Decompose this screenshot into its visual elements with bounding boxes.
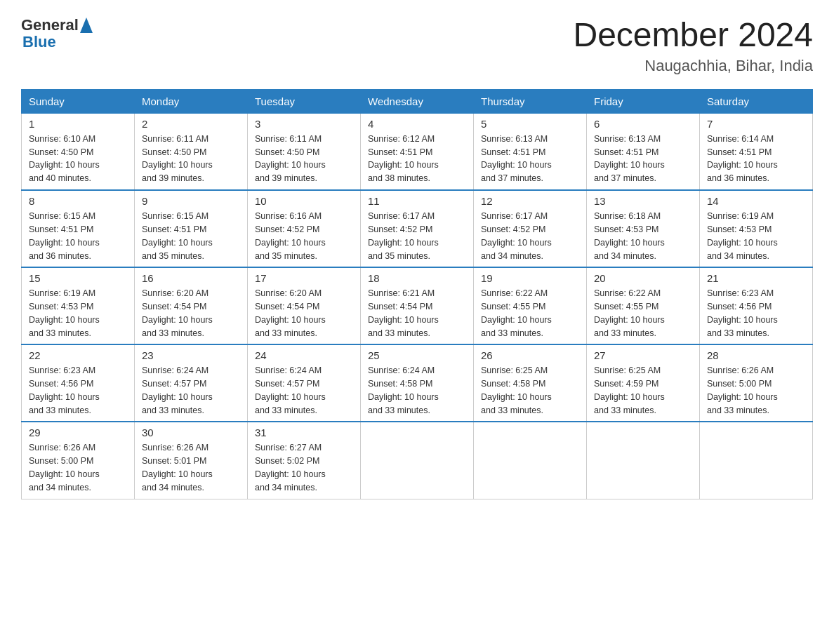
calendar-cell: 28Sunrise: 6:26 AMSunset: 5:00 PMDayligh… (700, 344, 813, 422)
day-number: 22 (29, 349, 127, 361)
calendar-cell: 29Sunrise: 6:26 AMSunset: 5:00 PMDayligh… (22, 422, 135, 499)
day-number: 30 (142, 427, 240, 438)
calendar-cell: 16Sunrise: 6:20 AMSunset: 4:54 PMDayligh… (135, 267, 248, 344)
day-info: Sunrise: 6:19 AMSunset: 4:53 PMDaylight:… (707, 210, 805, 262)
day-number: 18 (368, 272, 466, 284)
day-number: 3 (255, 118, 353, 130)
calendar-cell: 26Sunrise: 6:25 AMSunset: 4:58 PMDayligh… (474, 344, 587, 422)
calendar-table: SundayMondayTuesdayWednesdayThursdayFrid… (21, 89, 813, 499)
day-info: Sunrise: 6:27 AMSunset: 5:02 PMDaylight:… (255, 441, 353, 494)
logo-blue: Blue (21, 34, 93, 51)
day-info: Sunrise: 6:17 AMSunset: 4:52 PMDaylight:… (368, 210, 466, 262)
day-info: Sunrise: 6:23 AMSunset: 4:56 PMDaylight:… (29, 364, 127, 417)
header-row: SundayMondayTuesdayWednesdayThursdayFrid… (22, 89, 813, 113)
calendar-cell (474, 422, 587, 499)
month-title: December 2024 (573, 17, 813, 54)
calendar-cell: 19Sunrise: 6:22 AMSunset: 4:55 PMDayligh… (474, 267, 587, 344)
day-number: 4 (368, 118, 466, 130)
calendar-body: 1Sunrise: 6:10 AMSunset: 4:50 PMDaylight… (22, 113, 813, 499)
calendar-cell: 24Sunrise: 6:24 AMSunset: 4:57 PMDayligh… (248, 344, 361, 422)
calendar-cell: 4Sunrise: 6:12 AMSunset: 4:51 PMDaylight… (361, 113, 474, 190)
day-number: 21 (707, 272, 805, 284)
calendar-cell: 9Sunrise: 6:15 AMSunset: 4:51 PMDaylight… (135, 190, 248, 267)
day-number: 29 (29, 427, 127, 438)
calendar-cell: 11Sunrise: 6:17 AMSunset: 4:52 PMDayligh… (361, 190, 474, 267)
header-cell-saturday: Saturday (700, 89, 813, 113)
day-info: Sunrise: 6:15 AMSunset: 4:51 PMDaylight:… (29, 210, 127, 262)
day-info: Sunrise: 6:10 AMSunset: 4:50 PMDaylight:… (29, 133, 127, 185)
header-cell-sunday: Sunday (22, 89, 135, 113)
title-area: December 2024 Naugachhia, Bihar, India (573, 17, 813, 75)
day-number: 7 (707, 118, 805, 130)
day-number: 19 (481, 272, 579, 284)
day-info: Sunrise: 6:20 AMSunset: 4:54 PMDaylight:… (142, 287, 240, 340)
day-number: 11 (368, 195, 466, 207)
day-number: 6 (594, 118, 692, 130)
day-info: Sunrise: 6:22 AMSunset: 4:55 PMDaylight:… (481, 287, 579, 340)
day-number: 28 (707, 349, 805, 361)
calendar-cell: 17Sunrise: 6:20 AMSunset: 4:54 PMDayligh… (248, 267, 361, 344)
calendar-cell: 22Sunrise: 6:23 AMSunset: 4:56 PMDayligh… (22, 344, 135, 422)
calendar-cell: 5Sunrise: 6:13 AMSunset: 4:51 PMDaylight… (474, 113, 587, 190)
week-row-5: 29Sunrise: 6:26 AMSunset: 5:00 PMDayligh… (22, 422, 813, 499)
day-info: Sunrise: 6:24 AMSunset: 4:57 PMDaylight:… (255, 364, 353, 417)
calendar-cell: 3Sunrise: 6:11 AMSunset: 4:50 PMDaylight… (248, 113, 361, 190)
day-number: 8 (29, 195, 127, 207)
day-number: 26 (481, 349, 579, 361)
calendar-cell: 27Sunrise: 6:25 AMSunset: 4:59 PMDayligh… (587, 344, 700, 422)
day-number: 12 (481, 195, 579, 207)
calendar-cell: 30Sunrise: 6:26 AMSunset: 5:01 PMDayligh… (135, 422, 248, 499)
day-info: Sunrise: 6:12 AMSunset: 4:51 PMDaylight:… (368, 133, 466, 185)
day-info: Sunrise: 6:16 AMSunset: 4:52 PMDaylight:… (255, 210, 353, 262)
week-row-2: 8Sunrise: 6:15 AMSunset: 4:51 PMDaylight… (22, 190, 813, 267)
header-cell-thursday: Thursday (474, 89, 587, 113)
day-info: Sunrise: 6:17 AMSunset: 4:52 PMDaylight:… (481, 210, 579, 262)
calendar-cell: 8Sunrise: 6:15 AMSunset: 4:51 PMDaylight… (22, 190, 135, 267)
calendar-cell: 1Sunrise: 6:10 AMSunset: 4:50 PMDaylight… (22, 113, 135, 190)
calendar-header: SundayMondayTuesdayWednesdayThursdayFrid… (22, 89, 813, 113)
day-number: 5 (481, 118, 579, 130)
week-row-1: 1Sunrise: 6:10 AMSunset: 4:50 PMDaylight… (22, 113, 813, 190)
week-row-3: 15Sunrise: 6:19 AMSunset: 4:53 PMDayligh… (22, 267, 813, 344)
calendar-cell: 25Sunrise: 6:24 AMSunset: 4:58 PMDayligh… (361, 344, 474, 422)
day-info: Sunrise: 6:13 AMSunset: 4:51 PMDaylight:… (594, 133, 692, 185)
calendar-cell: 13Sunrise: 6:18 AMSunset: 4:53 PMDayligh… (587, 190, 700, 267)
logo: General Blue (21, 17, 93, 51)
logo-triangle-icon (80, 18, 93, 33)
day-number: 2 (142, 118, 240, 130)
day-number: 14 (707, 195, 805, 207)
calendar-cell: 31Sunrise: 6:27 AMSunset: 5:02 PMDayligh… (248, 422, 361, 499)
day-number: 17 (255, 272, 353, 284)
calendar-cell: 7Sunrise: 6:14 AMSunset: 4:51 PMDaylight… (700, 113, 813, 190)
calendar-cell: 15Sunrise: 6:19 AMSunset: 4:53 PMDayligh… (22, 267, 135, 344)
day-info: Sunrise: 6:13 AMSunset: 4:51 PMDaylight:… (481, 133, 579, 185)
calendar-cell (587, 422, 700, 499)
day-number: 10 (255, 195, 353, 207)
day-info: Sunrise: 6:18 AMSunset: 4:53 PMDaylight:… (594, 210, 692, 262)
location-title: Naugachhia, Bihar, India (573, 57, 813, 75)
header-cell-monday: Monday (135, 89, 248, 113)
calendar-cell: 6Sunrise: 6:13 AMSunset: 4:51 PMDaylight… (587, 113, 700, 190)
day-number: 31 (255, 427, 353, 438)
calendar-cell: 14Sunrise: 6:19 AMSunset: 4:53 PMDayligh… (700, 190, 813, 267)
day-info: Sunrise: 6:11 AMSunset: 4:50 PMDaylight:… (142, 133, 240, 185)
calendar-cell: 23Sunrise: 6:24 AMSunset: 4:57 PMDayligh… (135, 344, 248, 422)
day-number: 25 (368, 349, 466, 361)
calendar-cell (700, 422, 813, 499)
calendar-cell: 10Sunrise: 6:16 AMSunset: 4:52 PMDayligh… (248, 190, 361, 267)
day-number: 9 (142, 195, 240, 207)
day-info: Sunrise: 6:23 AMSunset: 4:56 PMDaylight:… (707, 287, 805, 340)
calendar-cell: 18Sunrise: 6:21 AMSunset: 4:54 PMDayligh… (361, 267, 474, 344)
day-number: 1 (29, 118, 127, 130)
calendar-cell: 20Sunrise: 6:22 AMSunset: 4:55 PMDayligh… (587, 267, 700, 344)
day-info: Sunrise: 6:15 AMSunset: 4:51 PMDaylight:… (142, 210, 240, 262)
day-info: Sunrise: 6:25 AMSunset: 4:59 PMDaylight:… (594, 364, 692, 417)
calendar-cell: 2Sunrise: 6:11 AMSunset: 4:50 PMDaylight… (135, 113, 248, 190)
day-number: 20 (594, 272, 692, 284)
day-info: Sunrise: 6:26 AMSunset: 5:00 PMDaylight:… (707, 364, 805, 417)
logo-general: General (21, 17, 79, 34)
day-info: Sunrise: 6:22 AMSunset: 4:55 PMDaylight:… (594, 287, 692, 340)
day-number: 27 (594, 349, 692, 361)
day-info: Sunrise: 6:21 AMSunset: 4:54 PMDaylight:… (368, 287, 466, 340)
page-header: General Blue December 2024 Naugachhia, B… (21, 17, 813, 75)
